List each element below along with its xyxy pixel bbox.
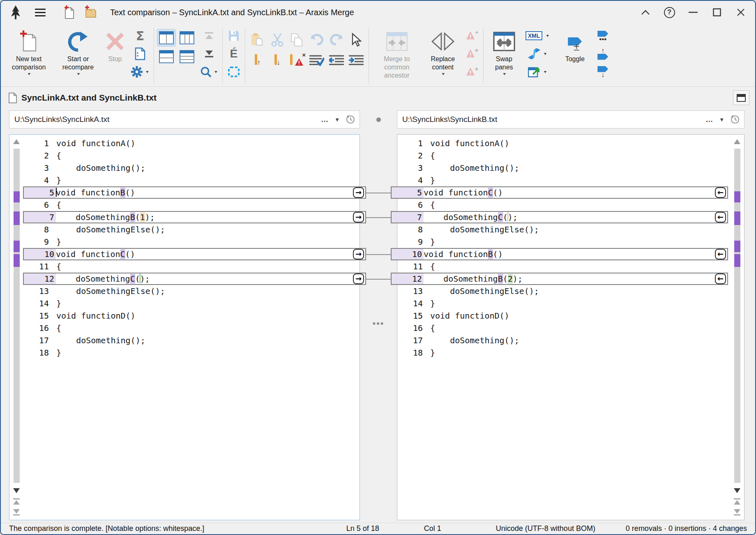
minimize-button[interactable] [681, 3, 705, 21]
channel-ellipsis-icon[interactable]: ••• [372, 318, 384, 329]
swap-panes-button[interactable]: Swap panes ▼ [485, 25, 523, 86]
new-comparison-button[interactable] [60, 3, 78, 21]
first-change-nav-button[interactable] [733, 498, 741, 505]
changed-code-line[interactable]: 7 doSomethingC();← [391, 211, 728, 223]
find-button[interactable]: ▼ [200, 65, 218, 79]
code-line[interactable]: 1void functionA() [23, 137, 360, 149]
replace-content-button[interactable]: Replace content ▼ [423, 25, 463, 86]
merge-left-button[interactable]: ← [715, 273, 726, 284]
code-line[interactable]: 18} [23, 347, 360, 359]
change-overview-mark[interactable] [734, 191, 740, 202]
layout-three-horizontal-button[interactable] [178, 48, 196, 65]
change-overview-mark[interactable] [14, 211, 20, 225]
selection-mode-button[interactable] [227, 65, 241, 79]
browse-ellipsis-icon[interactable]: … [321, 115, 329, 124]
code-line[interactable]: 11{ [23, 260, 360, 273]
layout-two-vertical-button[interactable] [157, 30, 175, 46]
code-line[interactable]: 14} [397, 297, 730, 310]
changed-code-line[interactable]: 10void functionC()→ [23, 248, 366, 260]
code-line[interactable]: 2{ [23, 149, 360, 162]
code-line[interactable]: 2{ [397, 149, 730, 162]
code-line[interactable]: 3 doSomething(); [397, 162, 730, 174]
change-overview-mark[interactable] [14, 254, 20, 267]
start-or-recompare-button[interactable]: Start or recompare ▼ [54, 25, 102, 86]
accept-changes-button[interactable] [309, 55, 324, 66]
code-line[interactable]: 9} [397, 236, 730, 248]
last-change-nav-button[interactable] [13, 508, 20, 516]
history-clock-icon[interactable] [346, 115, 355, 124]
scroll-down-button[interactable] [733, 487, 741, 494]
collapse-ribbon-button[interactable] [634, 3, 657, 21]
merge-right-button[interactable]: → [353, 187, 364, 198]
code-line[interactable]: 18} [397, 347, 730, 359]
change-overview-mark[interactable] [734, 254, 740, 267]
code-line[interactable]: 1void functionA() [397, 137, 730, 149]
history-clock-icon[interactable] [730, 115, 740, 124]
code-line[interactable]: 15void functionD() [23, 310, 360, 322]
last-change-button[interactable] [202, 47, 216, 61]
changed-code-line[interactable]: 5void functionC()← [391, 186, 728, 199]
left-code-editor[interactable]: 1void functionA()2{3 doSomething();4}5vo… [23, 135, 360, 520]
right-code-editor[interactable]: 1void functionA()2{3 doSomething();4}5vo… [397, 135, 730, 520]
path-dropdown-icon[interactable]: ▼ [334, 117, 340, 123]
code-line[interactable]: 6{ [397, 199, 730, 211]
layout-two-horizontal-button[interactable] [157, 48, 175, 65]
bookmark-options-button[interactable]: ••• [596, 29, 610, 43]
changed-code-line[interactable]: 12 doSomethingB(2);← [391, 273, 728, 285]
comparison-tab-title[interactable]: SyncLinkA.txt and SyncLinkB.txt [21, 93, 157, 103]
xml-format-button[interactable]: XML ▼ [526, 29, 550, 43]
changed-code-line[interactable]: 7 doSomethingB(1);→ [23, 211, 366, 223]
comparison-options-button[interactable]: ▼ [131, 65, 150, 79]
first-change-nav-button[interactable] [13, 498, 20, 505]
report-button[interactable] [133, 47, 147, 61]
code-line[interactable]: 8 doSomethingElse(); [23, 223, 360, 236]
code-line[interactable]: 15void functionD() [397, 310, 730, 322]
character-encoding-button[interactable]: É [227, 47, 241, 61]
code-line[interactable]: 17 doSomething(); [397, 334, 730, 347]
next-bookmark-button[interactable]: ↓ [596, 65, 610, 79]
path-dropdown-icon[interactable]: ▼ [719, 117, 724, 123]
browse-ellipsis-icon[interactable]: … [705, 115, 713, 124]
merge-right-button[interactable]: → [353, 273, 364, 284]
merge-right-button[interactable]: → [353, 212, 364, 223]
right-change-overview[interactable] [734, 149, 740, 483]
menu-button[interactable] [31, 3, 49, 21]
change-overview-mark[interactable] [14, 191, 20, 202]
next-change-button[interactable]: ↓ [274, 54, 281, 67]
code-line[interactable]: 8 doSomethingElse(); [397, 223, 730, 236]
merge-left-button[interactable]: ← [715, 187, 726, 198]
change-overview-mark[interactable] [734, 211, 740, 225]
code-line[interactable]: 4} [23, 174, 360, 186]
new-folder-comparison-button[interactable] [81, 3, 99, 21]
toggle-bookmark-button[interactable]: ± Toggle [556, 25, 593, 86]
changed-code-line[interactable]: 12 doSomethingC();→ [23, 273, 366, 285]
close-button[interactable] [729, 3, 753, 21]
compare-lines-button[interactable]: ▼ [528, 47, 548, 61]
code-line[interactable]: 6{ [23, 199, 360, 211]
new-text-comparison-button[interactable]: New text comparison ▼ [3, 25, 54, 86]
previous-change-button[interactable]: ↑ [255, 54, 261, 67]
left-file-path-bar[interactable]: U:\SyncLinks\SyncLinkA.txt … ▼ [9, 110, 360, 129]
remove-change-button[interactable]: ! × [290, 54, 304, 67]
changed-code-line[interactable]: 5void functionB()→ [23, 186, 366, 199]
last-change-nav-button[interactable] [733, 508, 741, 516]
help-button[interactable]: ? [657, 3, 681, 21]
merge-right-button[interactable]: → [353, 249, 364, 259]
code-line[interactable]: 3 doSomething(); [23, 162, 360, 174]
code-line[interactable]: 13 doSomethingElse(); [23, 285, 360, 297]
code-line[interactable]: 17 doSomething(); [23, 334, 360, 347]
code-line[interactable]: 13 doSomethingElse(); [397, 285, 730, 297]
code-line[interactable]: 9} [23, 236, 360, 248]
left-change-overview[interactable] [14, 149, 20, 483]
merge-left-button[interactable]: ← [715, 249, 726, 259]
scroll-up-button[interactable] [13, 138, 20, 145]
statistics-button[interactable]: Σ [133, 29, 147, 43]
code-line[interactable]: 16{ [23, 322, 360, 334]
change-overview-mark[interactable] [734, 241, 740, 252]
indent-button[interactable] [349, 55, 364, 66]
unindent-button[interactable] [329, 55, 344, 66]
right-file-path-bar[interactable]: U:\SyncLinks\SyncLinkB.txt … ▼ [397, 110, 744, 129]
maximize-button[interactable] [705, 3, 729, 21]
previous-bookmark-button[interactable]: ↑ [596, 47, 610, 61]
code-line[interactable]: 14} [23, 297, 360, 310]
